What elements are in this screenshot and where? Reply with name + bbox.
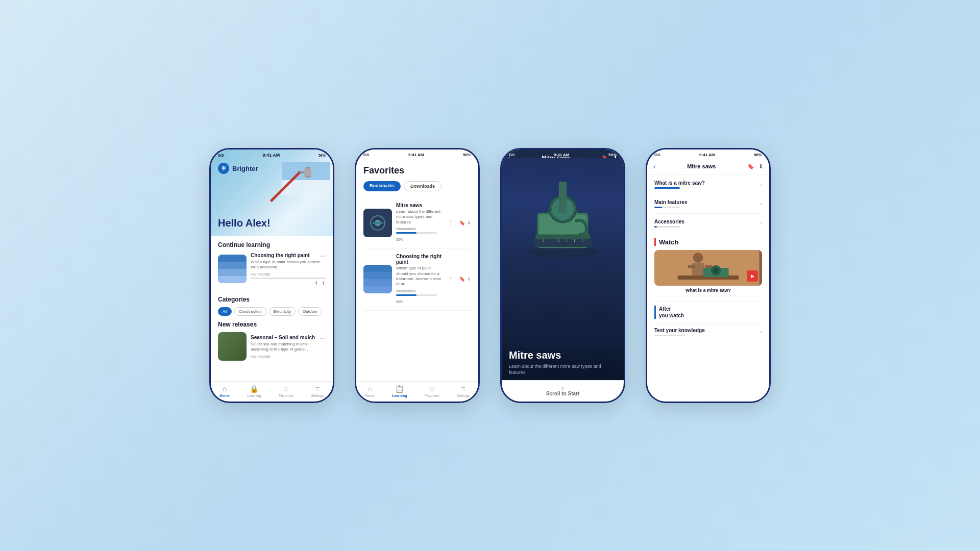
nr-info: Seasonal – Soil and mulch ⋯ Select soil … [251, 335, 326, 358]
watch-person-img [654, 250, 762, 286]
continue-card[interactable]: Choosing the right paint ⋯ Which type of… [218, 253, 326, 291]
toc-item-main-features[interactable]: Main features › [654, 194, 762, 214]
play-button[interactable]: ▶ [747, 270, 758, 282]
learning-icon: 🔒 [250, 385, 258, 393]
phone-favorites: GS 9:41 AM 58% Favorites Bookmarks Downl… [355, 148, 480, 403]
categories-title: Categories [218, 296, 326, 303]
watch-video-title: What is a mitre saw? [654, 288, 762, 293]
bottom-nav-2: ⌂ Home 📋 Learning ☆ Favorites ≡ Settings [356, 381, 478, 402]
fav-mitre-actions: ⋮ [448, 219, 453, 226]
nav2-settings[interactable]: ≡ Settings [457, 385, 470, 397]
after-watch-section: Afteryou watch [654, 301, 762, 323]
nav2-favorites-label: Favorites [425, 394, 439, 397]
phone-toc: GS 9:41 AM 58% ‹ Mitre saws 🔖 ⬇ What is … [646, 148, 771, 403]
continue-thumb [218, 255, 247, 283]
phone-detail: GS 9:41 AM 58% ‹ Mitre saws 🔖 ⬇ [500, 148, 625, 403]
nav-home-label: Home [219, 394, 229, 397]
svg-rect-18 [535, 235, 590, 239]
nav2-home-label: Home [365, 394, 375, 397]
mitre-saw-svg [502, 158, 624, 276]
svg-rect-19 [533, 239, 592, 247]
test-knowledge-section[interactable]: Test your knowledge › [654, 323, 762, 340]
toc-item-what-is[interactable]: What is a mitre saw? › [654, 175, 762, 194]
toc-page-title: Mitre saws [687, 163, 716, 169]
fav-mitre-progress-fill [396, 232, 416, 234]
fav-list: Mitre saws Learn about the different mit… [356, 197, 478, 381]
carrier-label: GS [218, 153, 224, 158]
toc-bookmark-icon[interactable]: 🔖 [747, 163, 754, 170]
fav-paint-info: Choosing the right paint Which type of p… [396, 254, 444, 305]
home-body: Continue learning Choosing the right pai… [211, 236, 333, 381]
fav-mitre-level: Intermediate [396, 227, 416, 231]
nav-learning[interactable]: 🔒 Learning [247, 385, 261, 397]
toc-chevron-3: › [761, 220, 762, 226]
toc-item-what-is-fill [654, 187, 680, 189]
svg-point-27 [693, 253, 703, 263]
brand-name: Brighter [232, 165, 258, 172]
toc-item-main-features-progress-bar [654, 207, 680, 208]
more-options-btn[interactable]: ⋯ [320, 253, 326, 260]
continue-level: Intermediate [251, 272, 326, 276]
cat-all[interactable]: All [218, 307, 232, 316]
cat-outdoor[interactable]: Outdoor [298, 307, 322, 316]
fav-item-mitre[interactable]: Mitre saws Learn about the different mit… [363, 197, 471, 248]
fav-paint-bookmark-icon[interactable]: 🔖 [459, 277, 465, 282]
greeting-text: Hello Alex! [218, 217, 271, 229]
fav-paint-thumb [363, 265, 392, 293]
download-icon[interactable]: ⬇ [322, 281, 326, 286]
battery-4: 58% [754, 153, 762, 157]
fav-item-paint[interactable]: Choosing the right paint Which type of p… [363, 248, 471, 311]
paint-more-icon[interactable]: ⋮ [448, 276, 453, 283]
after-watch-label: Afteryou watch [654, 306, 762, 319]
new-releases-card[interactable]: Seasonal – Soil and mulch ⋯ Select soil … [218, 332, 326, 361]
bottom-nav-1: ⌂ Home 🔒 Learning ☆ Favorites ≡ Settings [211, 381, 333, 402]
toc-item-what-is-info: What is a mitre saw? [654, 180, 761, 189]
toc-item-accessories[interactable]: Accessories › [654, 214, 762, 233]
mitre-more-icon[interactable]: ⋮ [448, 219, 453, 226]
svg-point-34 [714, 268, 719, 273]
cat-electricity[interactable]: Electricity [269, 307, 296, 316]
svg-rect-28 [692, 263, 704, 276]
fav-paint-level: Intermediate [396, 289, 416, 293]
svg-rect-29 [688, 265, 696, 268]
fav-paint-dl-icon[interactable]: ⬇ [467, 277, 471, 282]
toc-item-main-features-title: Main features [654, 199, 761, 205]
nav2-favorites[interactable]: ☆ Favorites [425, 385, 439, 397]
home-hero: GS 9:41 AM 58% ✳ Brighter [211, 149, 333, 236]
continue-info: Choosing the right paint ⋯ Which type of… [251, 253, 326, 286]
cat-construction[interactable]: Construction [234, 307, 266, 316]
fav-paint-desc: Which type of paint should you choose fo… [396, 266, 444, 287]
nav-settings[interactable]: ≡ Settings [311, 385, 324, 397]
toc-download-icon[interactable]: ⬇ [758, 163, 763, 170]
nav2-learning-icon: 📋 [395, 385, 404, 393]
test-knowledge-title: Test your knowledge [654, 328, 705, 333]
fav-mitre-title: Mitre saws [396, 203, 444, 208]
fav-mitre-bookmark-icon[interactable]: 🔖 [459, 220, 465, 226]
test-knowledge-chevron: › [761, 329, 762, 335]
fav-paint-pct: 50% [396, 300, 403, 304]
tab-downloads[interactable]: Downloads [404, 181, 442, 191]
nav2-home[interactable]: ⌂ Home [365, 385, 375, 397]
carrier-3: GS [509, 153, 515, 157]
nav-favorites[interactable]: ☆ Favorites [279, 385, 293, 397]
nr-item-title: Seasonal – Soil and mulch [251, 335, 315, 341]
battery-3: 58% [608, 153, 617, 157]
fav-mitre-progress-bar [396, 232, 437, 234]
home-icon: ⌂ [223, 385, 227, 393]
tab-bookmarks[interactable]: Bookmarks [363, 181, 401, 191]
time-2: 9:41 AM [408, 153, 424, 157]
nav2-settings-label: Settings [457, 394, 470, 397]
toc-back-btn[interactable]: ‹ [653, 162, 656, 170]
toc-chevron-1: › [761, 182, 762, 187]
watch-label: Watch [654, 238, 762, 246]
carrier-2: GS [363, 153, 370, 157]
nav2-learning[interactable]: 📋 Learning [392, 385, 407, 397]
bookmark-icon[interactable]: ⬇ [314, 281, 318, 286]
scroll-indicator[interactable]: ∨ Scroll to Start [502, 380, 624, 402]
nav-home[interactable]: ⌂ Home [219, 385, 229, 397]
nr-more-btn[interactable]: ⋯ [320, 335, 326, 342]
fav-mitre-dl-icon[interactable]: ⬇ [467, 220, 471, 226]
nav-settings-label: Settings [311, 394, 324, 397]
watch-thumb[interactable]: ▶ [654, 250, 762, 286]
test-knowledge-progress-bar [654, 335, 685, 336]
